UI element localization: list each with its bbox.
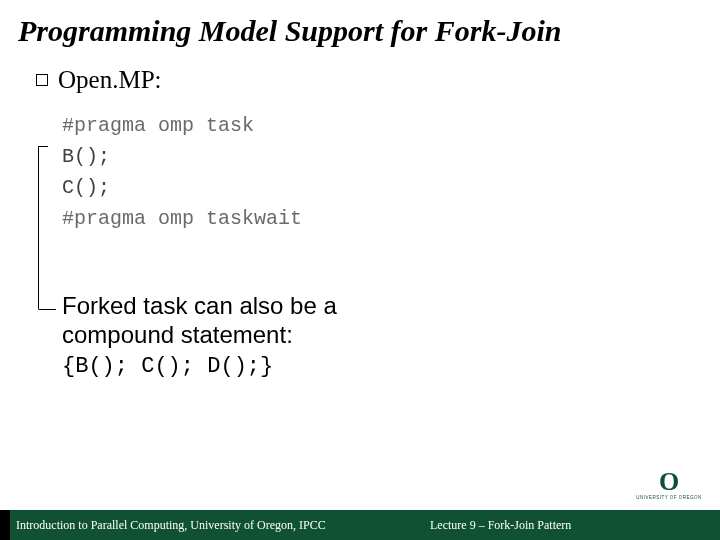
code-line: #pragma omp task: [62, 114, 254, 137]
university-logo: O UNIVERSITY OF OREGON: [648, 472, 690, 506]
logo-subtext: UNIVERSITY OF OREGON: [636, 495, 702, 501]
bullet-marker-icon: [36, 74, 48, 86]
slide: Programming Model Support for Fork-Join …: [0, 0, 720, 540]
logo-o-icon: O: [659, 472, 679, 493]
code-line: B();: [62, 145, 110, 168]
slide-title: Programming Model Support for Fork-Join: [18, 14, 702, 48]
code-line: #pragma omp taskwait: [62, 207, 302, 230]
footer-right-text: Lecture 9 – Fork-Join Pattern: [430, 518, 571, 533]
compound-code: {B(); C(); D();}: [62, 354, 402, 379]
footer-bar: Introduction to Parallel Computing, Univ…: [0, 510, 720, 540]
compound-note: Forked task can also be a compound state…: [62, 292, 402, 379]
annotation-connector-icon: [38, 146, 56, 310]
compound-text-line: Forked task can also be a: [62, 292, 402, 321]
footer-accent: [0, 510, 10, 540]
footer-left-text: Introduction to Parallel Computing, Univ…: [16, 518, 326, 533]
bullet-text: Open.MP:: [58, 66, 161, 94]
bullet-item: Open.MP:: [36, 66, 161, 94]
code-block: #pragma omp task B(); C(); #pragma omp t…: [62, 110, 302, 234]
code-line: C();: [62, 176, 110, 199]
compound-text-line: compound statement:: [62, 321, 402, 350]
